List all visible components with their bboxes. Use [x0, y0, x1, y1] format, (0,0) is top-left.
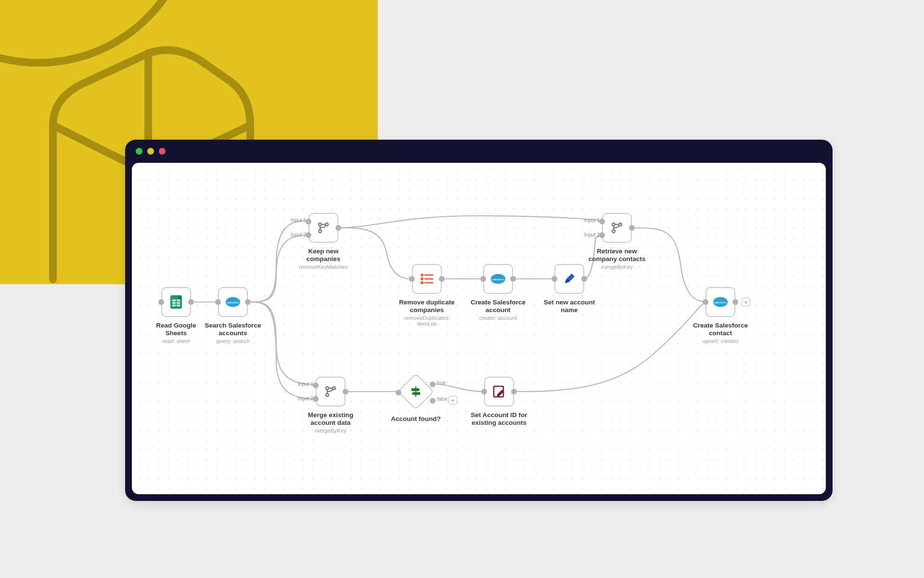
- svg-text:salesforce: salesforce: [492, 278, 504, 281]
- node-search-salesforce-accounts[interactable]: salesforce Search Salesforce accounts qu…: [202, 287, 264, 344]
- branch-icon: [316, 220, 331, 236]
- port-label-false: false: [437, 396, 448, 402]
- node-subtitle: removeDuplicates: itemList: [396, 315, 458, 327]
- node-title: Create Salesforce contact: [690, 322, 751, 337]
- signpost-icon: [408, 384, 424, 399]
- port-label-input-1: Input 1: [584, 217, 600, 223]
- node-remove-duplicate-companies[interactable]: Remove duplicate companies removeDuplica…: [396, 264, 458, 327]
- node-subtitle: read: sheet: [145, 338, 207, 344]
- svg-point-15: [421, 282, 423, 283]
- workflow-canvas[interactable]: Read Google Sheets read: sheet salesforc…: [132, 163, 826, 494]
- svg-rect-25: [415, 386, 416, 397]
- svg-text:salesforce: salesforce: [714, 301, 727, 304]
- port-label-input-2: Input 2: [298, 395, 313, 401]
- svg-marker-27: [411, 392, 420, 395]
- node-subtitle: mergeByKey: [586, 264, 648, 270]
- node-read-google-sheets[interactable]: Read Google Sheets read: sheet: [145, 287, 207, 344]
- node-create-salesforce-contact[interactable]: salesforce + Create Salesforce contact u…: [690, 287, 751, 344]
- node-title: Remove duplicate companies: [396, 299, 458, 314]
- node-set-new-account-name[interactable]: Set new account name: [539, 264, 600, 314]
- port-label-true: true: [437, 380, 446, 385]
- traffic-light-close[interactable]: [159, 148, 166, 155]
- node-subtitle: query: search: [202, 338, 264, 344]
- node-title: Set new account name: [539, 299, 600, 314]
- node-title: Set Account ID for existing accounts: [468, 411, 530, 427]
- svg-marker-26: [411, 388, 420, 391]
- svg-text:salesforce: salesforce: [227, 301, 239, 304]
- branch-icon: [323, 384, 338, 399]
- node-title: Search Salesforce accounts: [202, 322, 264, 337]
- port-label-input-1: Input 1: [291, 217, 306, 223]
- branch-icon: [609, 220, 625, 236]
- list-icon: [419, 271, 435, 287]
- node-create-salesforce-account[interactable]: salesforce Create Salesforce account cre…: [467, 264, 529, 321]
- node-title: Merge existing account data: [300, 411, 361, 427]
- node-title: Create Salesforce account: [467, 299, 529, 314]
- node-title: Account found?: [385, 415, 447, 423]
- svg-point-13: [421, 278, 423, 279]
- node-title: Read Google Sheets: [145, 322, 207, 337]
- traffic-light-maximize[interactable]: [147, 148, 154, 155]
- google-sheets-icon: [168, 294, 184, 310]
- svg-point-9: [319, 230, 321, 233]
- node-merge-existing-account-data[interactable]: Input 1 Input 2 Merge existing account d…: [300, 377, 361, 434]
- port-label-input-2: Input 2: [584, 232, 600, 237]
- node-title: Retrieve new company contacts: [586, 248, 648, 263]
- pencil-icon: [562, 271, 577, 287]
- port-label-input-2: Input 2: [291, 232, 306, 237]
- salesforce-icon: salesforce: [490, 271, 506, 287]
- node-title: Keep new companies: [293, 248, 354, 263]
- node-subtitle: create: account: [467, 315, 529, 321]
- salesforce-icon: salesforce: [713, 294, 728, 310]
- app-window: Read Google Sheets read: sheet salesforc…: [125, 140, 833, 501]
- node-subtitle: upsert: contact: [690, 338, 751, 344]
- salesforce-icon: salesforce: [225, 294, 241, 310]
- add-node-button[interactable]: +: [742, 298, 750, 306]
- svg-point-11: [421, 274, 423, 276]
- node-account-found[interactable]: true false + Account found?: [385, 376, 447, 423]
- window-titlebar: [125, 140, 833, 163]
- node-subtitle: removeKeyMatches: [293, 264, 354, 270]
- edit-document-icon: [491, 384, 507, 399]
- node-subtitle: mergeByKey: [300, 428, 361, 434]
- svg-point-20: [612, 230, 615, 233]
- svg-point-8: [319, 223, 321, 226]
- svg-point-19: [612, 223, 615, 226]
- node-keep-new-companies[interactable]: Input 1 Input 2 Keep new companies remov…: [293, 213, 354, 270]
- svg-point-22: [326, 387, 329, 390]
- node-retrieve-new-company-contacts[interactable]: Input 1 Input 2 Retrieve new company con…: [586, 213, 648, 270]
- traffic-light-minimize[interactable]: [136, 148, 142, 155]
- svg-point-23: [326, 394, 329, 396]
- port-label-input-1: Input 1: [298, 381, 313, 387]
- node-set-account-id[interactable]: Set Account ID for existing accounts: [468, 377, 530, 427]
- add-false-branch-button[interactable]: +: [449, 396, 457, 405]
